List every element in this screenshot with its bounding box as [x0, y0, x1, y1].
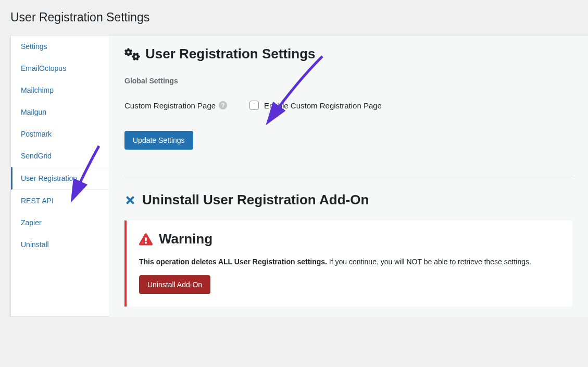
uninstall-addon-button[interactable]: Uninstall Add-On [139, 275, 210, 294]
warning-text-bold: This operation deletes ALL User Registra… [139, 258, 327, 266]
field-label-text: Custom Registration Page [124, 101, 216, 110]
section-heading-text: User Registration Settings [145, 46, 316, 62]
warning-triangle-icon [139, 233, 153, 246]
warning-text: This operation deletes ALL User Registra… [139, 258, 560, 266]
divider [124, 176, 572, 176]
sidebar-item-label: Mailgun [21, 108, 46, 116]
update-settings-button[interactable]: Update Settings [124, 131, 193, 150]
checkbox-enable-custom-registration[interactable]: Enable Custom Registration Page [249, 101, 382, 110]
sidebar-item-label: Uninstall [21, 240, 49, 249]
x-icon [124, 194, 136, 206]
checkbox-input[interactable] [249, 101, 259, 110]
sidebar-item-user-registration[interactable]: User Registration [11, 167, 109, 190]
cogs-icon [124, 47, 140, 62]
sidebar-item-settings[interactable]: Settings [11, 35, 109, 57]
help-icon[interactable]: ? [219, 101, 227, 109]
sidebar-item-postmark[interactable]: Postmark [11, 123, 109, 145]
sidebar: Settings EmailOctopus Mailchimp Mailgun … [10, 35, 109, 317]
sidebar-item-label: EmailOctopus [21, 64, 66, 72]
main-content: User Registration Settings Global Settin… [109, 35, 588, 317]
field-label: Custom Registration Page ? [124, 101, 234, 110]
checkbox-label: Enable Custom Registration Page [264, 101, 382, 110]
section-heading-uninstall: Uninstall User Registration Add-On [124, 192, 572, 208]
sidebar-item-zapier[interactable]: Zapier [11, 212, 109, 234]
sidebar-item-label: Settings [21, 42, 47, 51]
subheading-global-settings: Global Settings [124, 77, 572, 85]
sidebar-item-label: SendGrid [21, 152, 52, 160]
sidebar-item-label: Postmark [21, 130, 52, 138]
sidebar-item-sendgrid[interactable]: SendGrid [11, 145, 109, 167]
sidebar-item-label: Zapier [21, 218, 42, 227]
layout: Settings EmailOctopus Mailchimp Mailgun … [0, 35, 588, 317]
sidebar-item-uninstall[interactable]: Uninstall [11, 234, 109, 255]
annotation-arrow-to-checkbox [260, 51, 333, 129]
warning-title-text: Warning [159, 231, 212, 247]
sidebar-item-emailoctopus[interactable]: EmailOctopus [11, 57, 109, 79]
sidebar-item-mailchimp[interactable]: Mailchimp [11, 79, 109, 101]
sidebar-item-label: Mailchimp [21, 86, 54, 94]
section-heading-settings: User Registration Settings [124, 46, 572, 62]
sidebar-item-label: User Registration [21, 174, 77, 182]
sidebar-item-label: REST API [21, 197, 54, 205]
sidebar-item-mailgun[interactable]: Mailgun [11, 101, 109, 123]
sidebar-item-rest-api[interactable]: REST API [11, 190, 109, 212]
section-heading-text: Uninstall User Registration Add-On [142, 192, 369, 208]
page-title: User Registration Settings [0, 0, 588, 35]
warning-box: Warning This operation deletes ALL User … [124, 221, 572, 307]
warning-title: Warning [139, 231, 560, 247]
field-custom-registration-page: Custom Registration Page ? Enable Custom… [124, 101, 572, 110]
warning-text-rest: If you continue, you will NOT be able to… [327, 258, 531, 266]
